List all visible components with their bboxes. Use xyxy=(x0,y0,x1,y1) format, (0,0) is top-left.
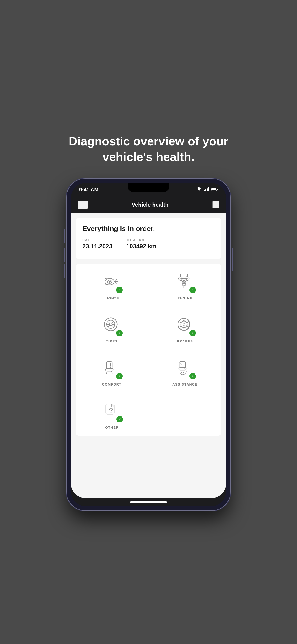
svg-line-27 xyxy=(108,321,110,323)
svg-rect-0 xyxy=(204,190,205,191)
grid-row-4: OTHER xyxy=(76,393,222,436)
lights-label: LIGHTS xyxy=(104,296,119,300)
tires-cell[interactable]: TIRES xyxy=(76,307,148,350)
svg-rect-6 xyxy=(212,188,216,190)
date-label: DATE xyxy=(82,238,112,242)
brakes-icon-wrapper xyxy=(175,315,196,336)
status-time: 9:41 AM xyxy=(79,187,98,193)
engine-cell[interactable]: ENGINE xyxy=(148,264,222,306)
brakes-cell[interactable]: BRAKES xyxy=(148,307,222,350)
svg-rect-2 xyxy=(207,188,208,191)
svg-point-35 xyxy=(186,322,188,323)
grid-row-2: TIRES xyxy=(76,307,222,350)
battery-icon xyxy=(211,188,218,192)
date-value: 23.11.2023 xyxy=(82,243,112,250)
nav-bar: ← Vehicle health ··· xyxy=(71,197,226,213)
svg-line-46 xyxy=(106,371,107,373)
km-label: TOTAL KM xyxy=(126,238,156,242)
svg-line-28 xyxy=(112,326,114,327)
assistance-check xyxy=(189,372,196,380)
svg-line-30 xyxy=(108,326,110,327)
svg-point-52 xyxy=(110,411,112,412)
brakes-label: BRAKES xyxy=(177,340,193,343)
main-content: Everything is in order. DATE 23.11.2023 … xyxy=(71,213,226,498)
tires-label: TIRES xyxy=(106,340,118,343)
grid-row-3: COMFORT xyxy=(76,350,222,393)
other-check xyxy=(116,416,124,423)
svg-rect-5 xyxy=(217,189,218,190)
tires-check xyxy=(116,329,123,337)
nav-title: Vehicle health xyxy=(132,202,168,208)
card-meta: DATE 23.11.2023 TOTAL KM 103492 km xyxy=(82,238,214,250)
svg-rect-3 xyxy=(208,188,209,191)
svg-point-39 xyxy=(180,322,181,323)
grid-row-1: LIGHTS xyxy=(76,264,222,307)
signal-icon xyxy=(204,188,209,192)
lights-cell[interactable]: LIGHTS xyxy=(76,264,148,306)
engine-icon-wrapper xyxy=(175,272,196,293)
svg-line-29 xyxy=(112,321,114,323)
back-button[interactable]: ← xyxy=(78,200,88,209)
svg-point-22 xyxy=(109,323,112,326)
summary-title: Everything is in order. xyxy=(82,225,214,233)
svg-rect-48 xyxy=(180,362,185,368)
svg-point-37 xyxy=(183,327,184,328)
engine-check xyxy=(189,286,196,294)
assistance-icon-wrapper xyxy=(175,358,196,379)
km-value: 103492 km xyxy=(126,243,156,250)
date-item: DATE 23.11.2023 xyxy=(82,238,112,250)
svg-rect-1 xyxy=(205,189,206,191)
more-button[interactable]: ··· xyxy=(212,201,219,208)
status-icons xyxy=(196,188,218,192)
other-icon-wrapper xyxy=(102,401,122,422)
other-label: OTHER xyxy=(105,426,119,429)
svg-point-32 xyxy=(181,321,187,328)
km-item: TOTAL KM 103492 km xyxy=(126,238,156,250)
home-bar xyxy=(130,502,167,503)
lights-check xyxy=(116,286,123,294)
health-grid: LIGHTS xyxy=(76,264,222,436)
comfort-label: COMFORT xyxy=(102,382,122,386)
home-indicator xyxy=(71,498,226,506)
svg-point-45 xyxy=(110,366,111,368)
svg-rect-44 xyxy=(110,363,111,366)
comfort-icon-wrapper xyxy=(102,358,122,379)
svg-point-38 xyxy=(180,326,181,326)
svg-point-20 xyxy=(104,318,117,331)
other-cell[interactable]: OTHER xyxy=(76,393,148,436)
svg-point-36 xyxy=(186,326,188,326)
brakes-check xyxy=(189,329,196,337)
engine-label: ENGINE xyxy=(178,296,193,300)
svg-rect-40 xyxy=(106,362,112,368)
phone-frame: 9:41 AM xyxy=(67,179,230,510)
svg-point-33 xyxy=(183,323,185,326)
comfort-cell[interactable]: COMFORT xyxy=(76,350,148,393)
comfort-check xyxy=(116,372,123,380)
assistance-label: ASSISTANCE xyxy=(172,382,198,386)
assistance-cell[interactable]: ASSISTANCE xyxy=(148,350,222,393)
svg-point-9 xyxy=(109,281,110,282)
page-headline: Diagnostic overview of your vehicle's he… xyxy=(68,134,228,165)
tires-icon-wrapper xyxy=(102,315,122,336)
svg-point-16 xyxy=(183,280,185,282)
summary-card: Everything is in order. DATE 23.11.2023 … xyxy=(76,218,222,259)
svg-point-34 xyxy=(183,320,184,321)
lights-icon-wrapper xyxy=(102,272,122,293)
svg-line-47 xyxy=(112,371,112,373)
wifi-icon xyxy=(196,188,202,192)
notch xyxy=(128,183,169,192)
